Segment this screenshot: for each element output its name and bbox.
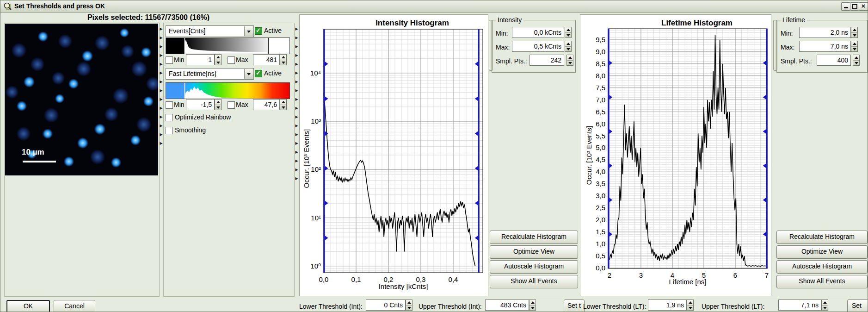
svg-text:1,0: 1,0: [596, 240, 605, 248]
upper-threshold-int-input[interactable]: [485, 300, 529, 311]
smoothing-checkbox[interactable]: [166, 127, 173, 134]
lower-threshold-lt-spinner[interactable]: [687, 300, 694, 311]
flim-image[interactable]: 10 µm: [5, 24, 158, 175]
minimize-button[interactable]: [841, 2, 850, 11]
intensity-recalculate-button[interactable]: Recalculate Histogram: [490, 231, 578, 244]
svg-text:0,0: 0,0: [596, 264, 605, 272]
intensity-autoscale-button[interactable]: Autoscale Histogram: [490, 260, 578, 274]
lifetime-max-spinner[interactable]: [851, 41, 858, 52]
intensity-y-axis-label: Occur. [10³ Events]: [302, 112, 310, 205]
channel1-dropdown[interactable]: Events[Cnts]: [166, 25, 254, 37]
lifetime-min-spinner[interactable]: [851, 27, 858, 38]
cell-blob-dim: [90, 150, 105, 164]
intensity-max-spinner[interactable]: [565, 41, 572, 52]
svg-text:3,5: 3,5: [596, 180, 605, 187]
svg-text:0,5: 0,5: [596, 252, 605, 260]
splitter-arrow-icon: [295, 60, 299, 69]
intensity-gradient-histogram: [166, 38, 289, 54]
cancel-button[interactable]: Cancel: [54, 300, 95, 312]
channel1-min-checkbox[interactable]: [166, 56, 173, 64]
svg-text:10⁰: 10⁰: [310, 262, 321, 270]
lifetime-gradient-bar[interactable]: [166, 82, 290, 99]
close-button[interactable]: ×: [859, 2, 868, 11]
lifetime-max-input[interactable]: [799, 41, 851, 52]
intensity-x-axis-label: Intensity [kCnts]: [324, 282, 483, 290]
lifetime-group-label: Lifetime: [781, 16, 807, 24]
splitter-arrow-icon: [159, 77, 163, 86]
lower-threshold-int-input[interactable]: [366, 300, 406, 311]
lifetime-histogram-plot[interactable]: 2345670,00,51,01,52,02,53,03,54,04,55,05…: [580, 15, 771, 296]
set-threshold-int-button[interactable]: Set t: [564, 300, 585, 312]
lifetime-autoscale-button[interactable]: Autoscale Histogram: [776, 260, 868, 274]
upper-threshold-lt-input[interactable]: [778, 300, 821, 311]
cell-blob-dim: [31, 57, 44, 71]
channel2-min-checkbox[interactable]: [166, 101, 173, 109]
channel1-dropdown-value: Events[Cnts]: [169, 27, 205, 35]
cell-blob-dim: [131, 61, 147, 77]
lifetime-optimize-view-button[interactable]: Optimize View: [776, 245, 868, 259]
set-thresholds-dialog: { "window": { "title": "Set Thresholds a…: [0, 0, 868, 312]
intensity-smpl-spinner[interactable]: [566, 55, 573, 66]
chevron-down-icon[interactable]: [244, 26, 253, 36]
cell-blob-dim: [95, 36, 110, 50]
channel2-max-checkbox[interactable]: [228, 101, 235, 109]
channel2-max-input[interactable]: [253, 99, 280, 110]
intensity-gradient-bar[interactable]: [166, 37, 290, 54]
intensity-show-all-events-button[interactable]: Show All Events: [490, 275, 578, 288]
channel1-max-checkbox[interactable]: [228, 56, 235, 64]
cell-blob-bright: [130, 135, 141, 145]
lifetime-smpl-spinner[interactable]: [853, 55, 860, 66]
channel2-active-checkbox[interactable]: [255, 70, 262, 77]
channel2-dropdown[interactable]: Fast Lifetime[ns]: [166, 68, 254, 80]
maximize-button[interactable]: [850, 2, 859, 11]
svg-text:9,5: 9,5: [596, 36, 605, 44]
intensity-max-input[interactable]: [512, 41, 564, 52]
cell-blob-bright: [120, 28, 129, 37]
app-icon: [3, 2, 12, 11]
lifetime-histogram-container: Lifetime Histogram Occur. [10³ Events] 2…: [580, 14, 771, 296]
cell-blob-dim: [136, 117, 151, 132]
splitter-middle[interactable]: [295, 25, 299, 183]
splitter-arrow-icon: [159, 25, 163, 33]
lifetime-min-input[interactable]: [799, 27, 851, 38]
intensity-optimize-view-button[interactable]: Optimize View: [490, 245, 578, 259]
lower-threshold-int-spinner[interactable]: [406, 300, 412, 311]
lifetime-show-all-events-button[interactable]: Show All Events: [776, 275, 868, 288]
cell-blob-bright: [38, 31, 48, 42]
chevron-down-icon[interactable]: [244, 69, 253, 79]
intensity-histogram-plot[interactable]: 0,00,10,20,30,410⁰10¹10²10³10⁴: [300, 15, 488, 296]
channel1-min-spinner[interactable]: [215, 54, 222, 65]
intensity-min-spinner[interactable]: [565, 27, 572, 38]
splitter-arrow-icon: [159, 112, 163, 121]
channel1-active-label: Active: [264, 27, 282, 34]
channel1-min-input[interactable]: [186, 54, 215, 65]
channel1-active-checkbox[interactable]: [255, 27, 262, 35]
intensity-smpl-input[interactable]: [529, 55, 564, 66]
lifetime-settings-panel: Lifetime Min: Max: Smpl. Pts.: Recalcula…: [776, 14, 868, 295]
channel2-min-spinner[interactable]: [215, 99, 222, 110]
set-threshold-lt-button[interactable]: Set: [847, 300, 868, 312]
lower-threshold-lt-input[interactable]: [648, 300, 687, 311]
svg-text:9,0: 9,0: [596, 48, 605, 56]
upper-threshold-int-spinner[interactable]: [529, 300, 536, 311]
scale-bar: [23, 161, 56, 162]
channel2-max-spinner[interactable]: [280, 99, 287, 110]
optimized-rainbow-checkbox[interactable]: [166, 114, 173, 121]
cell-blob-bright: [143, 96, 154, 106]
lifetime-recalculate-button[interactable]: Recalculate Histogram: [776, 231, 868, 244]
cell-blob-dim: [44, 108, 59, 123]
svg-text:6,0: 6,0: [596, 120, 605, 128]
splitter-arrow-icon: [159, 60, 163, 69]
lifetime-smpl-input[interactable]: [817, 55, 851, 66]
splitter-left[interactable]: [159, 25, 163, 148]
ok-button[interactable]: OK: [6, 300, 50, 312]
splitter-arrow-icon: [295, 174, 299, 183]
channel2-min-input[interactable]: [186, 99, 215, 110]
channel1-max-spinner[interactable]: [280, 54, 287, 65]
cell-blob-bright: [55, 94, 64, 103]
intensity-groupbox: Intensity Min: Max: Smpl. Pts.:: [492, 20, 576, 73]
intensity-min-label: Min:: [496, 30, 508, 37]
upper-threshold-lt-spinner[interactable]: [821, 300, 828, 311]
channel1-max-input[interactable]: [253, 54, 280, 65]
intensity-min-input[interactable]: [512, 27, 564, 38]
